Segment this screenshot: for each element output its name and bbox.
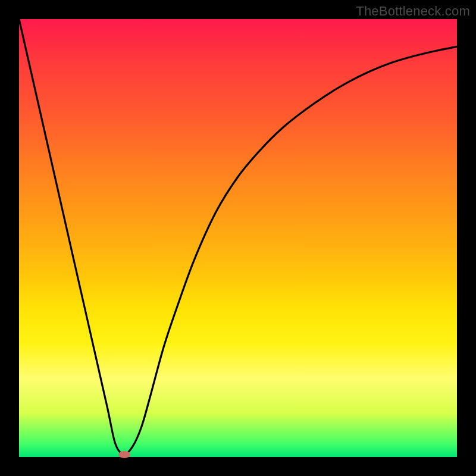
bottleneck-marker [118, 451, 130, 458]
attribution-text: TheBottleneck.com [356, 4, 470, 19]
chart-frame: TheBottleneck.com [0, 0, 476, 476]
plot-area [19, 19, 457, 457]
bottleneck-curve [19, 19, 457, 457]
